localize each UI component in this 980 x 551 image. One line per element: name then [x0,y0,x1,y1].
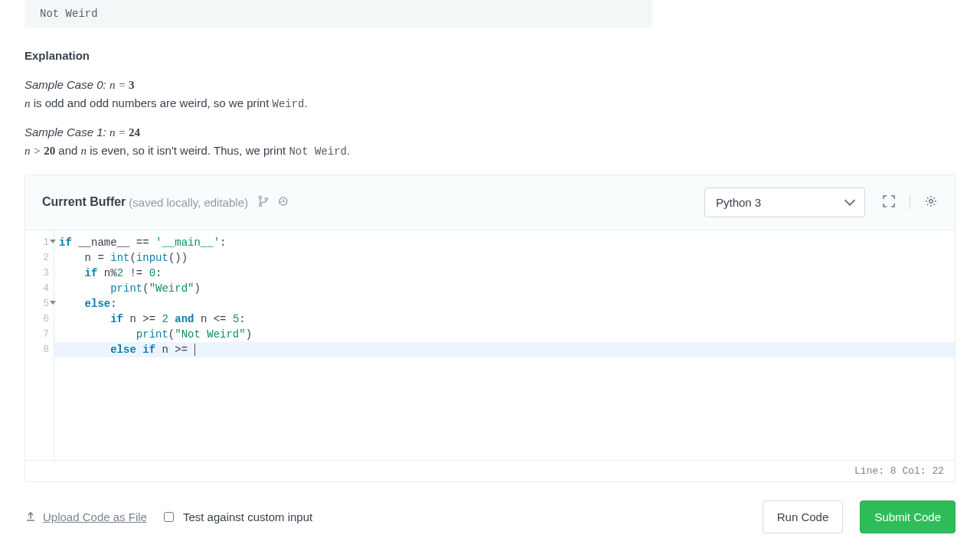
buffer-title: Current Buffer [42,195,126,209]
editor-status-bar: Line: 8 Col: 22 [25,460,955,481]
buffer-subtitle: (saved locally, editable) [129,196,248,209]
gear-icon[interactable] [924,194,938,210]
svg-point-1 [259,204,261,206]
upload-code-link[interactable]: Upload Code as File [24,510,147,523]
test-custom-input[interactable]: Test against custom input [164,510,312,523]
history-icon[interactable] [277,195,289,210]
test-custom-checkbox[interactable] [164,512,174,522]
code-editor[interactable]: 12345678 if __name__ == '__main__': n = … [25,230,955,460]
submit-code-button[interactable]: Submit Code [860,500,956,533]
bottom-action-row: Upload Code as File Test against custom … [24,482,956,541]
svg-point-3 [929,200,933,203]
sample-case-0: Sample Case 0: n = 3 n is odd and odd nu… [24,76,956,112]
sample-output-text: Not Weird [40,8,98,20]
editor-header: Current Buffer (saved locally, editable)… [25,175,955,230]
fullscreen-icon[interactable] [882,194,896,210]
sample-output-box: Not Weird [24,0,652,28]
gutter: 12345678 [25,230,54,460]
run-code-button[interactable]: Run Code [763,500,844,533]
editor-panel: Current Buffer (saved locally, editable)… [24,174,956,482]
divider [910,194,910,210]
language-select[interactable]: Python 3 [704,187,865,217]
sample-case-1: Sample Case 1: n = 24 n > 20 and n is ev… [24,123,956,160]
svg-point-0 [259,196,261,198]
upload-icon [24,510,37,523]
svg-point-2 [265,197,267,200]
branch-icon[interactable] [257,195,270,210]
code-lines[interactable]: if __name__ == '__main__': n = int(input… [54,230,955,460]
explanation-heading: Explanation [24,49,956,62]
